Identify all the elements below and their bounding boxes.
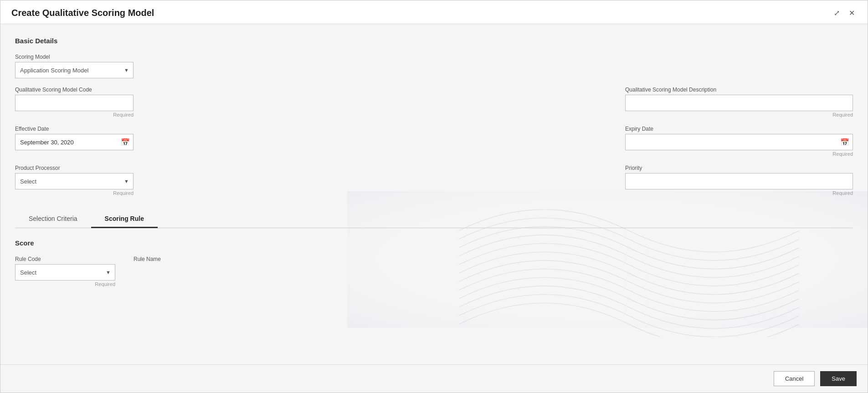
code-description-row: Qualitative Scoring Model Code Required …: [15, 87, 853, 117]
expand-button[interactable]: ⤢: [832, 8, 842, 18]
priority-input[interactable]: [625, 173, 853, 189]
priority-required: Required: [625, 190, 853, 196]
tab-scoring-rule[interactable]: Scoring Rule: [91, 209, 158, 228]
product-processor-label: Product Processor: [15, 165, 134, 171]
rule-code-select[interactable]: Select: [15, 264, 115, 281]
scoring-model-select-wrapper: Application Scoring Model Applicant Scor…: [15, 62, 134, 78]
product-processor-group: Product Processor Select ▼ Required: [15, 165, 134, 196]
rule-code-required: Required: [15, 281, 115, 287]
rule-code-select-wrapper: Select ▼: [15, 264, 115, 281]
modal-footer: Cancel Save: [0, 364, 868, 393]
close-button[interactable]: ✕: [847, 8, 857, 18]
expiry-date-group: Expiry Date 📅 Required: [625, 126, 853, 157]
tab-selection-criteria-label: Selection Criteria: [29, 215, 77, 222]
modal-header: Create Qualitative Scoring Model ⤢ ✕: [0, 0, 868, 24]
expiry-date-label: Expiry Date: [625, 126, 853, 132]
expand-icon: ⤢: [834, 9, 840, 17]
save-button[interactable]: Save: [820, 371, 857, 386]
qual-model-desc-required: Required: [625, 112, 853, 117]
qual-model-desc-input[interactable]: [625, 95, 853, 111]
qual-model-code-input[interactable]: [15, 95, 134, 111]
cancel-button[interactable]: Cancel: [774, 371, 815, 386]
priority-label: Priority: [625, 165, 853, 171]
expiry-date-wrapper: 📅: [625, 134, 853, 150]
modal-body: Basic Details Scoring Model Application …: [0, 24, 868, 364]
effective-date-group: Effective Date September 30, 2020 📅: [15, 126, 134, 157]
qual-model-desc-label: Qualitative Scoring Model Description: [625, 87, 853, 93]
product-processor-select[interactable]: Select: [15, 173, 134, 189]
priority-group: Priority Required: [625, 165, 853, 196]
rule-code-label: Rule Code: [15, 256, 115, 262]
scoring-model-label: Scoring Model: [15, 54, 134, 60]
effective-date-label: Effective Date: [15, 126, 134, 132]
scoring-model-group: Scoring Model Application Scoring Model …: [15, 54, 134, 78]
product-processor-select-wrapper: Select ▼: [15, 173, 134, 189]
tab-scoring-rule-label: Scoring Rule: [105, 215, 144, 222]
qual-model-code-group: Qualitative Scoring Model Code Required: [15, 87, 134, 117]
basic-details-title: Basic Details: [15, 37, 853, 45]
scoring-model-select[interactable]: Application Scoring Model Applicant Scor…: [15, 62, 134, 78]
qual-model-code-required: Required: [15, 112, 134, 117]
tab-selection-criteria[interactable]: Selection Criteria: [15, 209, 91, 228]
expiry-date-required: Required: [625, 151, 853, 157]
effective-date-wrapper: September 30, 2020 📅: [15, 134, 134, 150]
modal-title: Create Qualitative Scoring Model: [11, 8, 154, 18]
header-icons: ⤢ ✕: [832, 8, 857, 18]
processor-priority-row: Product Processor Select ▼ Required Prio…: [15, 165, 853, 196]
expiry-date-input[interactable]: [625, 134, 853, 150]
close-icon: ✕: [849, 9, 855, 17]
qual-model-desc-group: Qualitative Scoring Model Description Re…: [625, 87, 853, 117]
qual-model-code-label: Qualitative Scoring Model Code: [15, 87, 134, 93]
product-processor-required: Required: [15, 190, 134, 196]
score-title: Score: [15, 239, 853, 247]
tabs-container: Selection Criteria Scoring Rule: [15, 209, 853, 228]
effective-date-input[interactable]: September 30, 2020: [15, 134, 134, 150]
score-section: Score Rule Code Select ▼ Required Rule N…: [15, 239, 853, 287]
scoring-model-row: Scoring Model Application Scoring Model …: [15, 54, 853, 78]
create-qualitative-scoring-modal: Create Qualitative Scoring Model ⤢ ✕: [0, 0, 868, 393]
rule-code-group: Rule Code Select ▼ Required: [15, 256, 115, 287]
score-form-row: Rule Code Select ▼ Required Rule Name: [15, 256, 853, 287]
rule-name-label: Rule Name: [134, 256, 161, 262]
dates-row: Effective Date September 30, 2020 📅 Expi…: [15, 126, 853, 157]
rule-name-group: Rule Name: [134, 256, 161, 264]
